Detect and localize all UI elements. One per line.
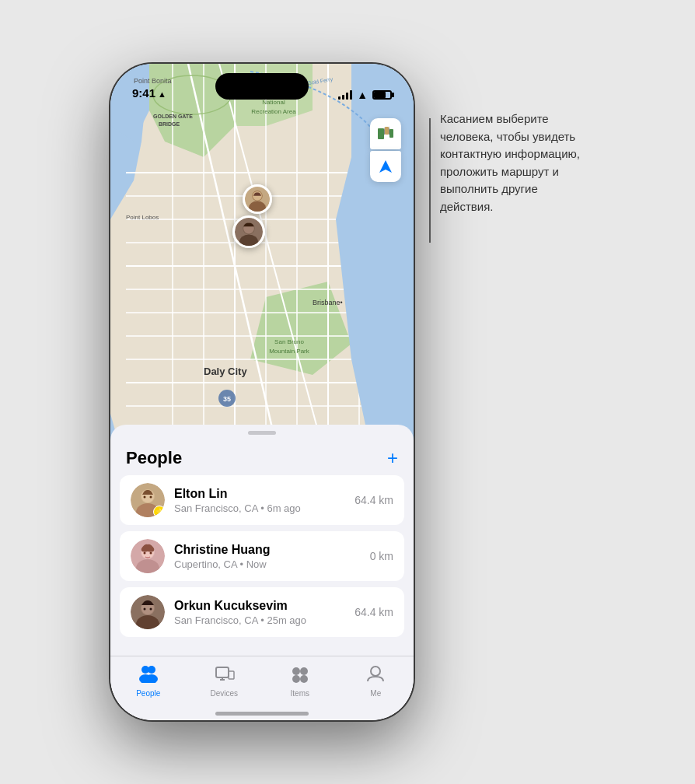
svg-point-62	[150, 496, 152, 499]
annotation-bracket	[429, 118, 431, 243]
svg-point-61	[144, 496, 146, 499]
person-info-orkun: Orkun Kucuksevim San Francisco, CA • 25m…	[174, 599, 354, 626]
sheet-header: People +	[110, 435, 414, 475]
person-detail-orkun: San Francisco, CA • 25m ago	[174, 614, 354, 626]
home-indicator	[215, 712, 309, 716]
bar3	[346, 93, 348, 100]
svg-point-68	[150, 552, 152, 555]
map-svg: Point Bonita GOLDEN GATE BRIDGE Golden G…	[110, 64, 414, 468]
people-list: ⭐ Elton Lin San Francisco, CA • 6m ago 6…	[110, 475, 414, 637]
sheet-title: People	[126, 448, 182, 468]
phone-frame: 9:41 ▲ ▲	[110, 64, 414, 720]
dynamic-island	[215, 73, 309, 100]
add-person-button[interactable]: +	[387, 447, 398, 469]
svg-text:GOLDEN GATE: GOLDEN GATE	[153, 114, 193, 119]
person-row-christine[interactable]: Christine Huang Cupertino, CA • Now 0 km	[120, 531, 404, 581]
star-badge: ⭐	[153, 506, 165, 517]
location-arrow-icon	[378, 159, 393, 174]
bar4	[350, 90, 352, 100]
svg-point-85	[292, 675, 300, 683]
map-area[interactable]: Point Bonita GOLDEN GATE BRIDGE Golden G…	[110, 64, 414, 468]
svg-text:BRIDGE: BRIDGE	[159, 121, 180, 127]
svg-point-67	[144, 552, 146, 555]
svg-point-84	[300, 667, 308, 675]
wifi-icon: ▲	[357, 89, 368, 101]
items-tab-icon	[289, 664, 311, 686]
battery-icon	[372, 90, 392, 100]
svg-point-86	[300, 675, 308, 683]
location-button[interactable]	[370, 151, 401, 182]
people-tab-icon	[138, 664, 159, 686]
svg-point-76	[148, 666, 155, 674]
map-icon	[377, 125, 394, 142]
tab-bar: People Devices	[110, 656, 414, 720]
svg-marker-54	[384, 127, 385, 135]
annotation: Касанием выберите человека, чтобы увидет…	[429, 110, 585, 243]
svg-marker-55	[389, 126, 389, 135]
tab-people[interactable]: People	[110, 664, 187, 698]
devices-tab-icon	[213, 664, 235, 686]
svg-point-83	[292, 667, 300, 675]
avatar-christine	[131, 539, 165, 573]
person-name-orkun: Orkun Kucuksevim	[174, 599, 354, 613]
tab-people-label: People	[136, 689, 160, 698]
svg-text:Recreation Area: Recreation Area	[251, 108, 296, 115]
map-type-button[interactable]	[370, 118, 401, 149]
svg-text:San Bruno: San Bruno	[274, 338, 304, 345]
bar1	[338, 96, 341, 100]
svg-text:35: 35	[223, 395, 231, 403]
person-row-elton[interactable]: ⭐ Elton Lin San Francisco, CA • 6m ago 6…	[120, 475, 404, 525]
phone-screen: 9:41 ▲ ▲	[110, 64, 414, 720]
svg-point-74	[150, 608, 152, 611]
person-name-christine: Christine Huang	[174, 543, 370, 557]
tab-me[interactable]: Me	[338, 664, 414, 698]
person-distance-elton: 64.4 km	[354, 494, 393, 506]
tab-items[interactable]: Items	[262, 664, 338, 698]
svg-rect-82	[229, 671, 234, 679]
svg-marker-56	[379, 160, 392, 173]
annotation-text: Касанием выберите человека, чтобы увидет…	[440, 110, 585, 215]
me-tab-icon	[365, 664, 386, 686]
svg-text:Mountain Park: Mountain Park	[269, 348, 310, 355]
svg-rect-52	[385, 127, 389, 135]
tab-devices[interactable]: Devices	[187, 664, 263, 698]
status-time: 9:41	[132, 86, 155, 101]
svg-text:Point Lobos: Point Lobos	[126, 214, 159, 221]
svg-rect-51	[378, 128, 384, 139]
tab-devices-label: Devices	[210, 689, 238, 698]
avatar-orkun	[131, 595, 165, 629]
person-row-orkun[interactable]: Orkun Kucuksevim San Francisco, CA • 25m…	[120, 587, 404, 637]
bar2	[342, 95, 344, 100]
svg-rect-79	[216, 667, 229, 677]
map-pin-orkun[interactable]	[232, 215, 265, 248]
person-detail-christine: Cupertino, CA • Now	[174, 558, 370, 570]
person-name-elton: Elton Lin	[174, 487, 354, 501]
svg-point-73	[144, 608, 146, 611]
map-controls	[370, 118, 401, 182]
person-detail-elton: San Francisco, CA • 6m ago	[174, 502, 354, 514]
person-info-elton: Elton Lin San Francisco, CA • 6m ago	[174, 487, 354, 514]
battery-fill	[374, 92, 386, 98]
svg-text:Brisbane•: Brisbane•	[313, 299, 343, 306]
map-pin-elton[interactable]	[243, 184, 272, 214]
tab-items-label: Items	[291, 689, 309, 698]
status-icons: ▲	[338, 89, 392, 101]
person-distance-orkun: 64.4 km	[354, 606, 393, 618]
person-info-christine: Christine Huang Cupertino, CA • Now	[174, 543, 370, 570]
svg-text:Daly City: Daly City	[204, 366, 247, 377]
svg-point-87	[371, 667, 380, 676]
location-icon: ▲	[158, 89, 166, 99]
avatar-elton: ⭐	[131, 483, 165, 517]
svg-rect-53	[389, 129, 393, 138]
tab-me-label: Me	[370, 689, 381, 698]
signal-bars	[338, 90, 352, 100]
bottom-sheet: People +	[110, 425, 414, 720]
person-distance-christine: 0 km	[370, 550, 393, 562]
